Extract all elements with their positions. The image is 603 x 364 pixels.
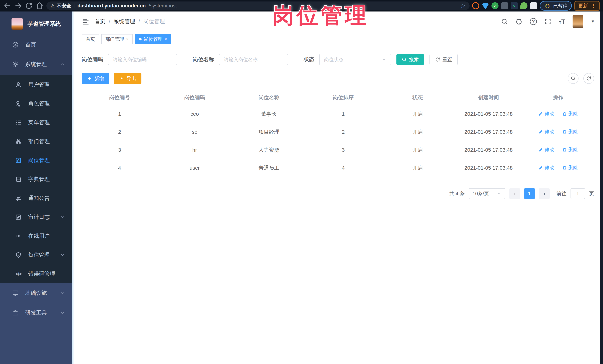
not-secure-warning[interactable]: ⚠ 不安全 — [50, 3, 71, 9]
sidebar-item-departments[interactable]: 部门管理 — [0, 132, 72, 151]
sidebar-item-infrastructure[interactable]: 基础设施 — [0, 283, 72, 303]
extension-icon-white-puzzle[interactable] — [530, 2, 537, 9]
chrome-menu-icon[interactable]: ⋮ — [591, 3, 596, 9]
post-name-input[interactable] — [219, 54, 288, 65]
sidebar-item-menus[interactable]: 菜单管理 — [0, 113, 72, 132]
fullscreen-icon[interactable] — [544, 18, 551, 25]
delete-link[interactable]: 删除 — [562, 146, 578, 153]
post-code-input[interactable] — [108, 54, 177, 65]
tab-bar: 首页 部门管理 × 岗位管理 × — [73, 32, 603, 47]
column-header: 状态 — [381, 90, 455, 105]
tab-posts[interactable]: 岗位管理 × — [135, 34, 171, 44]
address-bar[interactable]: ⚠ 不安全 dashboard.yudao.iocoder.cn /system… — [46, 1, 470, 10]
sidebar-item-audit-log[interactable]: 审计日志 — [0, 208, 72, 227]
extension-icon-gray[interactable] — [501, 2, 508, 9]
user-avatar[interactable] — [573, 15, 583, 28]
extension-icon-green-leaf[interactable] — [521, 2, 527, 9]
sidebar-item-dict[interactable]: 字典管理 — [0, 170, 72, 189]
sidebar-item-system[interactable]: 系统管理 — [0, 55, 72, 74]
chrome-update-button[interactable]: 更新 ⋮ — [574, 1, 600, 11]
sidebar-item-notice[interactable]: 通知公告 — [0, 189, 72, 208]
delete-link[interactable]: 删除 — [562, 165, 578, 171]
paused-extension-pill[interactable]: ☺ 已暂停 — [540, 1, 572, 11]
table-cell: 2021-01-05 17:03:48 — [455, 105, 522, 123]
browser-scrollbar[interactable] — [600, 11, 603, 364]
table-row: 3 hr 人力资源 3 开启 2021-01-05 17:03:48 修改 — [82, 141, 594, 159]
help-icon[interactable]: ? — [530, 18, 537, 25]
posts-table: 岗位编号 岗位编码 岗位名称 岗位排序 状态 创建时间 操作 1 ceo 董事长 — [82, 90, 594, 177]
close-icon[interactable]: × — [126, 37, 129, 42]
edit-link[interactable]: 修改 — [538, 165, 554, 171]
extension-icon-orange-ring[interactable] — [472, 2, 479, 9]
omnibox-divider — [74, 3, 74, 8]
sidebar-item-dev-tools[interactable]: 研发工具 — [0, 303, 72, 323]
extension-icon-blue-pin[interactable] — [482, 2, 489, 9]
edit-link[interactable]: 修改 — [538, 110, 554, 117]
page-number-1[interactable]: 1 — [524, 188, 535, 199]
sidebar-item-label: 短信管理 — [28, 251, 50, 259]
url-host: dashboard.yudao.iocoder.cn — [77, 3, 146, 9]
browser-back-icon[interactable] — [3, 2, 12, 10]
font-size-icon[interactable]: TT — [559, 18, 565, 25]
pagination: 共 4 条 10条/页 ‹ 1 › 前往 页 — [82, 188, 594, 199]
sidebar-item-error-codes[interactable]: </> 错误码管理 — [0, 265, 72, 283]
export-button[interactable]: 导出 — [114, 73, 141, 84]
close-icon[interactable]: × — [165, 37, 167, 42]
table-row: 4 user 普通员工 4 开启 2021-01-05 17:03:48 修改 — [82, 159, 594, 177]
not-secure-label: 不安全 — [57, 3, 71, 9]
sidebar-item-online-users[interactable]: 在线用户 — [0, 227, 72, 245]
smiley-icon: ☺ — [544, 2, 551, 9]
app-logo-row[interactable]: 芋道管理系统 — [0, 11, 72, 35]
gear-icon — [12, 61, 19, 68]
edit-link[interactable]: 修改 — [538, 146, 554, 153]
browser-home-icon[interactable] — [36, 2, 44, 10]
extension-icon-green-badge[interactable]: G — [511, 2, 518, 9]
tab-departments[interactable]: 部门管理 × — [101, 34, 133, 44]
breadcrumb-home[interactable]: 首页 — [95, 18, 105, 25]
page-size-value: 10条/页 — [473, 190, 489, 197]
github-icon[interactable] — [515, 18, 522, 25]
next-page-button[interactable]: › — [539, 188, 550, 199]
tab-label: 部门管理 — [105, 36, 124, 42]
refresh-button[interactable] — [583, 73, 594, 84]
sidebar-item-roles[interactable]: 角色管理 — [0, 94, 72, 113]
sidebar-item-sms[interactable]: 短信管理 — [0, 245, 72, 265]
page-size-select[interactable]: 10条/页 — [469, 188, 505, 199]
browser-forward-icon[interactable] — [14, 2, 22, 10]
column-header: 岗位编码 — [158, 90, 232, 105]
edit-link[interactable]: 修改 — [538, 129, 554, 135]
reset-button[interactable]: 重置 — [429, 54, 458, 65]
caret-down-icon[interactable]: ▼ — [591, 19, 595, 24]
goto-label: 前往 — [557, 190, 567, 197]
delete-link[interactable]: 删除 — [562, 110, 578, 117]
table-cell: 2021-01-05 17:03:48 — [455, 123, 522, 141]
reset-button-label: 重置 — [442, 56, 452, 63]
extension-icon-green-check[interactable]: ✓ — [491, 2, 499, 9]
delete-link[interactable]: 删除 — [562, 129, 578, 135]
prev-page-button[interactable]: ‹ — [509, 188, 520, 199]
sidebar-item-home[interactable]: 首页 — [0, 35, 72, 55]
search-button[interactable]: 搜索 — [396, 54, 424, 65]
sidebar-item-posts[interactable]: 岗位管理 — [0, 151, 72, 170]
sidebar-item-label: 菜单管理 — [28, 119, 50, 126]
table-cell: 2021-01-05 17:03:48 — [455, 159, 522, 177]
status-select[interactable]: 岗位状态 — [319, 54, 391, 65]
edit-square-icon — [15, 214, 22, 221]
add-button[interactable]: 新增 — [82, 73, 109, 84]
status-cell: 开启 — [381, 123, 455, 141]
tab-label: 岗位管理 — [144, 36, 162, 42]
breadcrumb-system[interactable]: 系统管理 — [114, 18, 135, 25]
chevron-down-icon — [60, 253, 65, 257]
edit-link-label: 修改 — [545, 110, 554, 117]
bookmark-star-icon[interactable]: ☆ — [460, 2, 466, 9]
browser-reload-icon[interactable] — [25, 2, 33, 10]
tab-home[interactable]: 首页 — [82, 34, 99, 44]
goto-page-input[interactable] — [570, 188, 585, 199]
hamburger-icon[interactable] — [82, 18, 90, 25]
sidebar-item-users[interactable]: 用户管理 — [0, 75, 72, 94]
table-cell: 项目经理 — [232, 123, 306, 141]
search-icon[interactable] — [501, 18, 508, 25]
chevron-up-icon — [60, 62, 65, 67]
toggle-search-button[interactable] — [568, 73, 579, 84]
top-navbar: 首页 / 系统管理 / 岗位管理 ? TT ▼ — [73, 11, 603, 32]
